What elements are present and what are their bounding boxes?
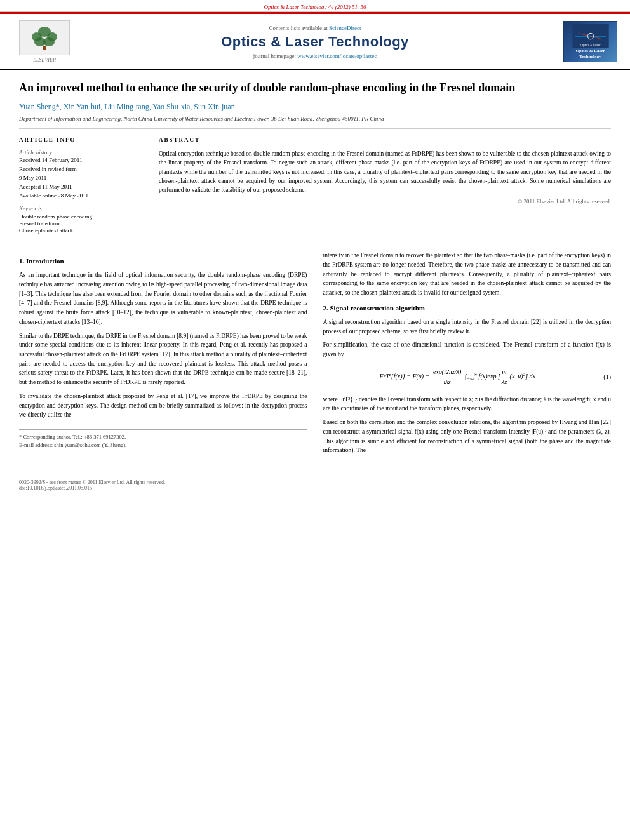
right-intro-p1: intensity in the Fresnel domain to recov… xyxy=(323,251,612,298)
revised-date: 9 May 2011 xyxy=(19,175,146,181)
footnote-star: * Corresponding author. Tel.: +86 371 69… xyxy=(19,433,307,441)
intro-p3: To invalidate the chosen-plaintext attac… xyxy=(19,392,307,420)
elsevier-text: ELSEVIER xyxy=(33,57,56,63)
accepted-date: Accepted 11 May 2011 xyxy=(19,183,146,190)
article-info-abstract: ARTICLE INFO Article history: Received 1… xyxy=(19,137,611,234)
abstract-header: ABSTRACT xyxy=(159,137,611,145)
footnote-email: E-mail address: shin.yuan@sohu.com (Y. S… xyxy=(19,441,307,450)
svg-point-4 xyxy=(43,37,55,46)
paper-title: An improved method to enhance the securi… xyxy=(19,80,611,96)
formula-text: FrTz{f(x)} = F(u) = exp(i2πz/λ) iλz ∫−∞∞… xyxy=(323,367,593,387)
intro-p1: As an important technique in the field o… xyxy=(19,270,307,326)
doi-line: doi:10.1016/j.optlastec.2011.05.015 xyxy=(19,485,92,491)
revised-label: Received in revised form xyxy=(19,166,146,172)
svg-text:Optics & Laser: Optics & Laser xyxy=(580,44,601,47)
section2-p4: Based on both the correlation and the co… xyxy=(323,418,612,455)
intro-p2: Similar to the DRPE technique, the DRPE … xyxy=(19,331,307,387)
section1-title: 1. Introduction xyxy=(19,256,307,267)
affiliation: Department of Information and Engineerin… xyxy=(19,116,611,129)
right-logo-container: Optics & Laser Optics & Laser Technology xyxy=(554,21,617,62)
journal-center: Contents lists available at ScienceDirec… xyxy=(76,25,554,59)
journal-logo-svg: Optics & Laser xyxy=(572,24,610,48)
journal-title: Optics & Laser Technology xyxy=(76,34,554,50)
received-date: Received 14 February 2011 xyxy=(19,157,146,163)
abstract-text: Optical encryption technique based on do… xyxy=(159,149,611,194)
journal-homepage: journal homepage: www.elsevier.com/locat… xyxy=(76,53,554,59)
formula-number: (1) xyxy=(592,372,611,382)
elsevier-tree-logo xyxy=(19,20,70,55)
formula-block: FrTz{f(x)} = F(u) = exp(i2πz/λ) iλz ∫−∞∞… xyxy=(323,364,612,390)
bottom-bar: 0030-3992/$ - see front matter © 2011 El… xyxy=(0,476,630,494)
section2-p1: A signal reconstruction algorithm based … xyxy=(323,317,612,336)
keyword-1: Double random-phase encoding xyxy=(19,213,146,220)
keywords-label: Keywords: xyxy=(19,205,146,211)
sciencedirect-link[interactable]: ScienceDirect xyxy=(329,25,361,31)
paper-content: An improved method to enhance the securi… xyxy=(0,70,630,469)
citation-bar: Optics & Laser Technology 44 (2012) 51–5… xyxy=(0,0,630,12)
body-right-col: intensity in the Fresnel domain to recov… xyxy=(323,251,612,460)
keyword-2: Fresnel transform xyxy=(19,220,146,227)
keyword-3: Chosen-plaintext attack xyxy=(19,227,146,234)
right-logo-box: Optics & Laser Optics & Laser Technology xyxy=(563,21,617,62)
issn-line: 0030-3992/$ - see front matter © 2011 El… xyxy=(19,479,165,485)
svg-rect-5 xyxy=(43,46,46,50)
contents-available: Contents lists available at ScienceDirec… xyxy=(76,25,554,31)
homepage-url[interactable]: www.elsevier.com/locate/optlastec xyxy=(297,53,377,59)
section-divider xyxy=(19,244,611,244)
keywords-section: Keywords: Double random-phase encoding F… xyxy=(19,205,146,234)
citation-text: Optics & Laser Technology 44 (2012) 51–5… xyxy=(264,4,366,10)
body-left-col: 1. Introduction As an important techniqu… xyxy=(19,251,307,460)
journal-header: ELSEVIER Contents lists available at Sci… xyxy=(0,14,630,70)
article-info-column: ARTICLE INFO Article history: Received 1… xyxy=(19,137,146,234)
footnote: * Corresponding author. Tel.: +86 371 69… xyxy=(19,429,307,450)
article-info-header: ARTICLE INFO xyxy=(19,137,146,145)
authors: Yuan Sheng*, Xin Yan-hui, Liu Ming-tang,… xyxy=(19,102,611,112)
section2-p3: where FrT²{·} denotes the Fresnel transf… xyxy=(323,395,612,413)
history-label: Article history: xyxy=(19,149,146,156)
abstract-copyright: © 2011 Elsevier Ltd. All rights reserved… xyxy=(159,198,611,204)
online-date: Available online 28 May 2011 xyxy=(19,192,146,199)
tree-svg xyxy=(27,25,62,51)
section2-title: 2. Signal reconstruction algorithm xyxy=(323,303,612,314)
section2-p2: For simplification, the case of one dime… xyxy=(323,340,612,359)
abstract-column: ABSTRACT Optical encryption technique ba… xyxy=(159,137,611,234)
right-logo-title: Optics & Laser Technology xyxy=(576,48,605,59)
elsevier-logo-container: ELSEVIER xyxy=(13,20,76,63)
body-columns: 1. Introduction As an important techniqu… xyxy=(19,251,611,460)
